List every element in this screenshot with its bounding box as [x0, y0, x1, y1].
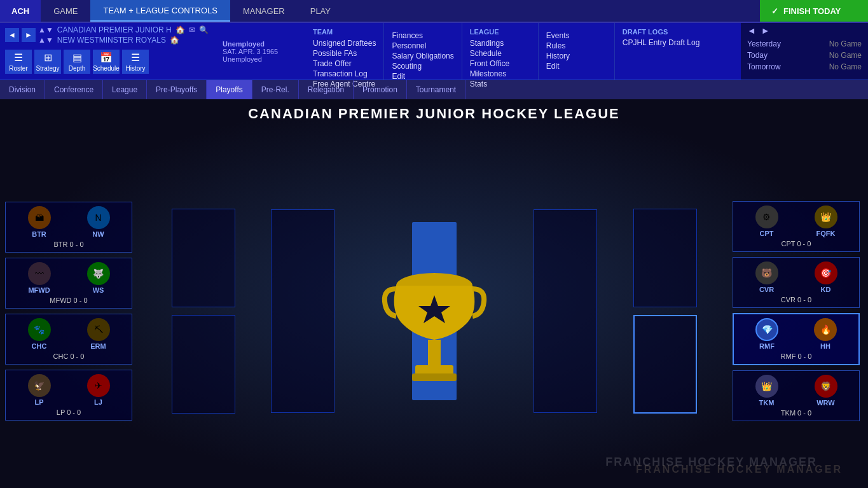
schedule-button[interactable]: 📅Schedule: [93, 50, 120, 74]
logo-rmf: 💎: [755, 318, 778, 341]
logo-cpt: ⚙: [755, 206, 778, 228]
team-kd: 🎯 KD: [815, 261, 837, 293]
strategy-button[interactable]: ⊞Strategy: [34, 50, 61, 74]
team-possible-fas[interactable]: Possible FAs: [313, 48, 376, 59]
logo-tkm: 👑: [755, 375, 778, 398]
logo-lp: 🦅: [28, 374, 51, 397]
team-arrows-2: ▲▼: [38, 36, 53, 45]
games-next[interactable]: ►: [761, 25, 770, 36]
team-ws: 🐺 WS: [87, 262, 110, 294]
team-tkm: 👑 TKM: [755, 375, 778, 407]
salary-obligations-item[interactable]: Salary Obligations: [392, 51, 453, 61]
right-semi: [633, 209, 697, 414]
tab-pre-playoffs[interactable]: Pre-Playoffs: [147, 80, 207, 99]
team-lj: ✈ LJ: [87, 374, 110, 406]
today-row: Today No Game: [747, 50, 862, 61]
depth-icon: ▤: [72, 52, 82, 64]
logo-mfwd: 〰: [28, 262, 51, 285]
team-arrows-1: ▲▼: [38, 25, 53, 34]
team-fqfk: 👑 FQFK: [815, 206, 837, 237]
tab-promotion[interactable]: Promotion: [354, 80, 407, 99]
team-link-2[interactable]: ▲▼ NEW WESTMINSTER ROYALS 🏠: [38, 36, 209, 45]
nav-game[interactable]: GAME: [41, 0, 90, 22]
league-history-item[interactable]: History: [546, 51, 607, 61]
user-info: Unemployed SAT. APR. 3 1965 Unemployed: [216, 23, 305, 80]
events-item[interactable]: Events: [546, 31, 607, 41]
logo-btr: 🏔: [28, 206, 51, 229]
tab-tournament[interactable]: Tournament: [407, 80, 465, 99]
tab-league[interactable]: League: [103, 80, 147, 99]
draft-log-item[interactable]: CPJHL Entry Draft Log: [623, 38, 709, 47]
personnel-item[interactable]: Personnel: [392, 41, 453, 51]
history-icon: ☰: [131, 52, 140, 64]
bracket-left: 🏔 BTR N NW BTR 0 - 0 〰 MFWD: [5, 202, 135, 421]
team-nw: N NW: [87, 206, 110, 238]
league-menu: LEAGUE Standings Schedule Front Office M…: [462, 23, 539, 80]
right-semi-top: [633, 209, 697, 307]
matchup-btr-nw[interactable]: 🏔 BTR N NW BTR 0 - 0: [5, 202, 132, 253]
team-link-1[interactable]: ▲▼ CANADIAN PREMIER JUNIOR H 🏠 ✉ 🔍: [38, 25, 209, 34]
games-panel: ◄ ► Yesterday No Game Today No Game Tomo…: [741, 23, 868, 80]
matchup-mfwd-ws[interactable]: 〰 MFWD 🐺 WS MFWD 0 - 0: [5, 258, 132, 309]
matchup-tkm-wrw[interactable]: 👑 TKM 🦁 WRW TKM 0 - 0: [733, 370, 860, 421]
forward-arrow[interactable]: ►: [22, 28, 36, 42]
matchup-cpt-fqfk[interactable]: ⚙ CPT 👑 FQFK CPT 0 - 0: [733, 201, 860, 252]
left-semi: [172, 209, 235, 414]
score-mfwd-ws: MFWD 0 - 0: [10, 296, 128, 304]
matchup-cvr-kd[interactable]: 🐻 CVR 🎯 KD CVR 0 - 0: [733, 257, 860, 308]
strategy-icon: ⊞: [44, 52, 52, 64]
events-menu: Events Rules History Edit: [539, 23, 615, 80]
logo-wrw: 🦁: [815, 375, 837, 398]
draft-logs-header: DRAFT LOGS: [623, 28, 709, 36]
depth-button[interactable]: ▤Depth: [64, 50, 90, 74]
roster-icon: ☰: [14, 52, 23, 64]
icon-row: ☰Roster ⊞Strategy ▤Depth 📅Schedule ☰Hist…: [5, 50, 211, 74]
ach-button[interactable]: ACH: [0, 0, 41, 22]
games-prev[interactable]: ◄: [747, 25, 756, 36]
scouting-item[interactable]: Scouting: [392, 61, 453, 71]
stats-item[interactable]: Stats: [470, 79, 530, 89]
back-arrow[interactable]: ◄: [5, 28, 19, 42]
team-lp: 🦅 LP: [28, 374, 51, 406]
team-rmf: 💎 RMF: [755, 318, 778, 350]
tab-relegation[interactable]: Relegation: [299, 80, 354, 99]
logo-lj: ✈: [87, 374, 110, 397]
milestones-item[interactable]: Milestones: [470, 69, 530, 79]
team-transaction-log[interactable]: Transaction Log: [313, 69, 376, 79]
team-links: ▲▼ CANADIAN PREMIER JUNIOR H 🏠 ✉ 🔍 ▲▼ NE…: [38, 25, 209, 45]
nav-manager[interactable]: MANAGER: [230, 0, 298, 22]
league-menu-header: LEAGUE: [470, 28, 530, 36]
rules-item[interactable]: Rules: [546, 41, 607, 51]
tab-division[interactable]: Division: [0, 80, 45, 99]
nav-play[interactable]: PLAY: [298, 0, 343, 22]
league-edit-item[interactable]: Edit: [546, 61, 607, 71]
score-rmf-hh: RMF 0 - 0: [738, 352, 855, 360]
history-button[interactable]: ☰History: [122, 50, 149, 74]
league-title: CANADIAN PREMIER JUNIOR HOCKEY LEAGUE: [0, 106, 868, 122]
league-tabs: Division Conference League Pre-Playoffs …: [0, 80, 868, 99]
bracket-container: 🏔 BTR N NW BTR 0 - 0 〰 MFWD: [0, 134, 868, 488]
team-trade-offer[interactable]: Trade Offer: [313, 59, 376, 69]
team-hh: 🔥 HH: [814, 318, 837, 350]
team-unsigned-draftees[interactable]: Unsigned Draftees: [313, 38, 376, 48]
standings-item[interactable]: Standings: [470, 38, 530, 48]
league-schedule-item[interactable]: Schedule: [470, 48, 530, 59]
matchup-rmf-hh[interactable]: 💎 RMF 🔥 HH RMF 0 - 0: [733, 313, 860, 365]
logo-erm: ⛏: [87, 318, 110, 341]
matchup-chc-erm[interactable]: 🐾 CHC ⛏ ERM CHC 0 - 0: [5, 314, 132, 365]
home-icon-2: 🏠: [170, 36, 179, 45]
tab-conference[interactable]: Conference: [45, 80, 103, 99]
nav-team-league[interactable]: TEAM + LEAGUE CONTROLS: [90, 0, 230, 22]
draft-logs-panel: DRAFT LOGS CPJHL Entry Draft Log: [615, 23, 717, 80]
trophy-area: [371, 222, 498, 400]
right-final: [534, 209, 597, 413]
finances-item[interactable]: Finances: [392, 31, 453, 41]
tab-playoffs[interactable]: Playoffs: [207, 80, 252, 99]
matchup-lp-lj[interactable]: 🦅 LP ✈ LJ LP 0 - 0: [5, 370, 132, 421]
front-office-item[interactable]: Front Office: [470, 59, 530, 69]
second-navigation: ◄ ► ▲▼ CANADIAN PREMIER JUNIOR H 🏠 ✉ 🔍 ▲…: [0, 23, 868, 80]
logo-nw: N: [87, 206, 110, 229]
roster-button[interactable]: ☰Roster: [5, 50, 32, 74]
finish-today-button[interactable]: ✓ FINISH TODAY: [760, 0, 868, 22]
tab-pre-rel[interactable]: Pre-Rel.: [252, 80, 299, 99]
